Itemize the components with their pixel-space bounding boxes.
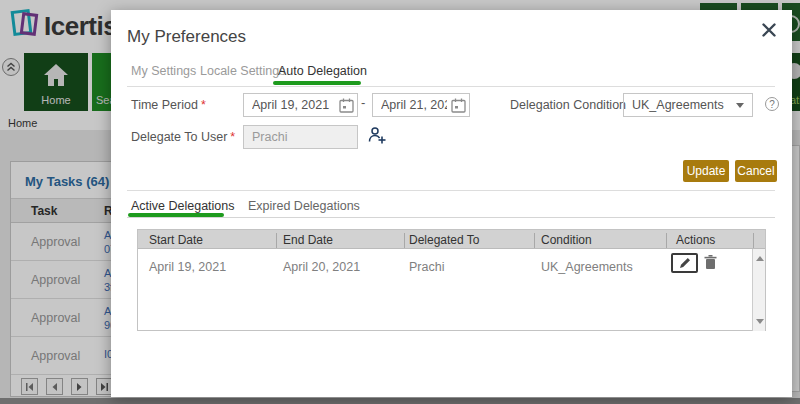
required-marker: *	[201, 98, 206, 112]
col-start-date[interactable]: Start Date	[149, 233, 203, 247]
delegate-to-user-label: Delegate To User*	[131, 125, 235, 149]
chevron-down-icon	[736, 103, 744, 108]
tabs-divider	[127, 86, 775, 87]
cell-end-date: April 20, 2021	[283, 260, 360, 274]
cell-delegated-to: Prachi	[409, 260, 444, 274]
col-end-date[interactable]: End Date	[283, 233, 333, 247]
section-divider	[127, 190, 775, 191]
grid-scrollbar[interactable]	[752, 249, 765, 331]
col-delegated-to[interactable]: Delegated To	[409, 233, 480, 247]
date-range-separator: -	[361, 95, 365, 110]
my-preferences-modal: My Preferences My Settings Locale Settin…	[111, 10, 792, 397]
cell-condition: UK_Agreements	[541, 260, 633, 274]
calendar-icon[interactable]	[339, 98, 354, 113]
update-button[interactable]: Update	[683, 160, 729, 182]
required-marker: *	[230, 130, 235, 144]
delegate-to-user-input	[243, 125, 358, 149]
col-actions: Actions	[676, 233, 715, 247]
col-condition[interactable]: Condition	[541, 233, 592, 247]
tab-auto-delegation[interactable]: Auto Delegation	[278, 64, 367, 78]
delegation-condition-select[interactable]: UK_Agreements	[623, 93, 753, 117]
delegation-condition-value: UK_Agreements	[632, 98, 724, 112]
subtabs-divider	[127, 217, 775, 218]
calendar-icon[interactable]	[451, 98, 466, 113]
time-period-label: Time Period*	[131, 93, 206, 117]
tab-expired-delegations[interactable]: Expired Delegations	[248, 199, 360, 213]
screen: Icertis Home Search ati Home My Tasks (6…	[0, 0, 800, 404]
scroll-up-icon[interactable]	[756, 256, 764, 261]
tab-locale-settings[interactable]: Locale Settings	[200, 64, 285, 78]
tab-my-settings[interactable]: My Settings	[131, 64, 196, 78]
close-icon	[761, 22, 777, 38]
cancel-button[interactable]: Cancel	[735, 160, 777, 182]
tab-active-delegations[interactable]: Active Delegations	[131, 199, 235, 213]
modal-title: My Preferences	[127, 27, 246, 47]
delete-delegation-button[interactable]	[704, 255, 717, 274]
active-tab-underline	[273, 81, 361, 85]
scroll-down-icon[interactable]	[756, 319, 764, 324]
trash-icon	[704, 255, 717, 270]
close-button[interactable]	[761, 22, 779, 40]
delegation-condition-label: Delegation Condition	[510, 93, 626, 117]
add-user-icon[interactable]	[368, 126, 387, 145]
grid-header-row: Start Date End Date Delegated To Conditi…	[138, 230, 765, 249]
edit-delegation-button[interactable]	[671, 253, 698, 273]
pencil-icon	[679, 257, 691, 269]
help-icon[interactable]: ?	[765, 97, 779, 111]
cell-start-date: April 19, 2021	[149, 260, 226, 274]
delegations-grid: Start Date End Date Delegated To Conditi…	[137, 229, 766, 331]
